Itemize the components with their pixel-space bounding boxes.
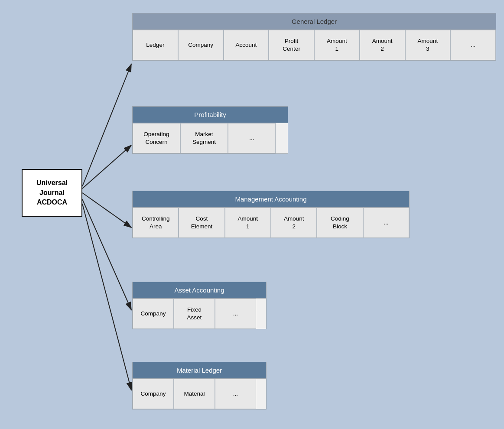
management-accounting-table: Management Accounting ControllingArea Co…	[132, 191, 410, 238]
prof-col-ellipsis: ...	[228, 123, 276, 153]
general-ledger-title: General Ledger	[133, 13, 496, 29]
diagram-container: UniversalJournalACDOCA General Ledger Le…	[0, 0, 504, 429]
gl-col-account: Account	[224, 30, 269, 60]
material-ledger-table: Material Ledger Company Material ...	[132, 362, 267, 410]
ma-col-amount1: Amount1	[225, 208, 271, 238]
asset-accounting-body: Company FixedAsset ...	[133, 298, 266, 329]
aa-col-ellipsis: ...	[215, 299, 256, 329]
ma-col-amount2: Amount2	[271, 208, 317, 238]
ma-col-cost-element: CostElement	[179, 208, 224, 238]
prof-col-market-segment: MarketSegment	[180, 123, 228, 153]
svg-line-4	[82, 199, 131, 310]
uj-label: UniversalJournalACDOCA	[36, 178, 68, 207]
ml-col-company: Company	[133, 379, 174, 409]
gl-col-ellipsis: ...	[450, 30, 496, 60]
aa-col-company: Company	[133, 299, 174, 329]
prof-col-operating-concern: OperatingConcern	[133, 123, 180, 153]
ml-col-ellipsis: ...	[215, 379, 256, 409]
profitability-body: OperatingConcern MarketSegment ...	[133, 123, 288, 153]
gl-col-amount3: Amount3	[405, 30, 451, 60]
aa-col-fixed-asset: FixedAsset	[174, 299, 215, 329]
management-accounting-title: Management Accounting	[133, 191, 409, 207]
ma-col-controlling-area: ControllingArea	[133, 208, 179, 238]
svg-line-5	[82, 204, 131, 390]
gl-col-amount1: Amount1	[314, 30, 360, 60]
svg-line-2	[82, 145, 131, 188]
gl-col-company: Company	[178, 30, 224, 60]
ml-col-material: Material	[174, 379, 215, 409]
svg-line-3	[82, 193, 131, 228]
ma-col-ellipsis: ...	[363, 208, 409, 238]
universal-journal-box: UniversalJournalACDOCA	[22, 169, 82, 217]
general-ledger-body: Ledger Company Account ProfitCenter Amou…	[133, 29, 496, 60]
gl-col-ledger: Ledger	[133, 30, 178, 60]
gl-col-profit-center: ProfitCenter	[269, 30, 314, 60]
material-ledger-body: Company Material ...	[133, 378, 266, 409]
asset-accounting-table: Asset Accounting Company FixedAsset ...	[132, 282, 267, 329]
svg-line-1	[82, 64, 131, 186]
management-accounting-body: ControllingArea CostElement Amount1 Amou…	[133, 207, 409, 238]
asset-accounting-title: Asset Accounting	[133, 282, 266, 298]
ma-col-coding-block: CodingBlock	[317, 208, 363, 238]
general-ledger-table: General Ledger Ledger Company Account Pr…	[132, 13, 496, 61]
material-ledger-title: Material Ledger	[133, 362, 266, 378]
profitability-title: Profitability	[133, 107, 288, 123]
profitability-table: Profitability OperatingConcern MarketSeg…	[132, 106, 288, 154]
gl-col-amount2: Amount2	[360, 30, 405, 60]
